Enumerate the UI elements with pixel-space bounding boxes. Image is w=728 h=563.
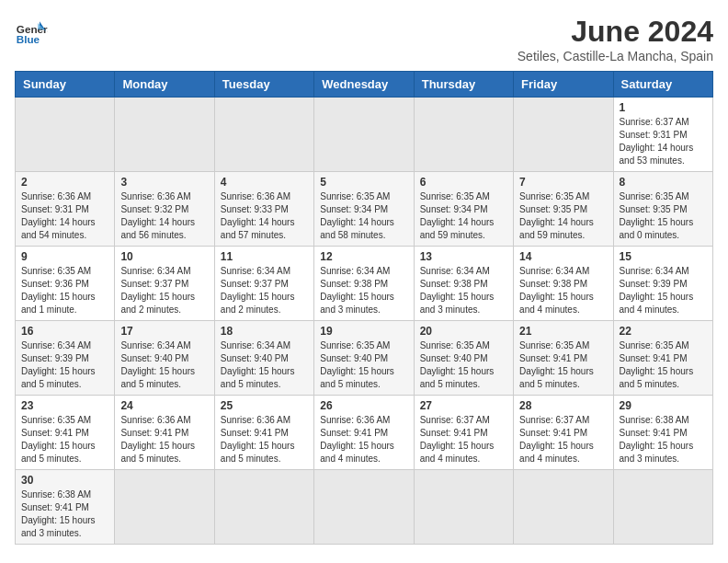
day-number: 11	[221, 250, 308, 263]
day-number: 5	[320, 176, 407, 189]
calendar-cell: 14Sunrise: 6:34 AM Sunset: 9:38 PM Dayli…	[514, 247, 613, 321]
calendar-cell	[16, 98, 115, 172]
day-number: 6	[420, 176, 507, 189]
day-info: Sunrise: 6:35 AM Sunset: 9:36 PM Dayligh…	[21, 265, 108, 316]
day-info: Sunrise: 6:35 AM Sunset: 9:35 PM Dayligh…	[519, 190, 607, 242]
day-number: 4	[221, 176, 308, 189]
day-number: 12	[320, 250, 407, 263]
calendar-cell: 30Sunrise: 6:38 AM Sunset: 9:41 PM Dayli…	[16, 470, 115, 545]
day-info: Sunrise: 6:34 AM Sunset: 9:40 PM Dayligh…	[221, 339, 308, 391]
day-info: Sunrise: 6:35 AM Sunset: 9:41 PM Dayligh…	[620, 339, 707, 391]
calendar-cell: 5Sunrise: 6:35 AM Sunset: 9:34 PM Daylig…	[314, 172, 414, 247]
day-number: 24	[120, 399, 208, 412]
calendar-cell: 24Sunrise: 6:36 AM Sunset: 9:41 PM Dayli…	[115, 396, 214, 470]
day-number: 8	[620, 176, 707, 189]
day-number: 7	[519, 176, 607, 189]
calendar-cell	[314, 470, 414, 545]
calendar-cell: 2Sunrise: 6:36 AM Sunset: 9:31 PM Daylig…	[16, 172, 115, 247]
calendar-cell: 9Sunrise: 6:35 AM Sunset: 9:36 PM Daylig…	[16, 247, 115, 321]
month-title: June 2024	[518, 15, 713, 49]
day-number: 13	[420, 250, 507, 263]
calendar-cell: 25Sunrise: 6:36 AM Sunset: 9:41 PM Dayli…	[214, 396, 313, 470]
day-number: 2	[21, 176, 108, 189]
day-header-friday: Friday	[514, 72, 613, 98]
calendar-cell: 19Sunrise: 6:35 AM Sunset: 9:40 PM Dayli…	[314, 321, 414, 396]
calendar-week-row: 30Sunrise: 6:38 AM Sunset: 9:41 PM Dayli…	[16, 470, 713, 545]
day-info: Sunrise: 6:34 AM Sunset: 9:38 PM Dayligh…	[420, 265, 507, 316]
day-number: 29	[620, 399, 707, 412]
calendar-cell: 16Sunrise: 6:34 AM Sunset: 9:39 PM Dayli…	[16, 321, 115, 396]
day-number: 1	[620, 101, 707, 114]
day-info: Sunrise: 6:35 AM Sunset: 9:40 PM Dayligh…	[320, 339, 407, 391]
calendar-cell: 10Sunrise: 6:34 AM Sunset: 9:37 PM Dayli…	[115, 247, 214, 321]
calendar-cell: 28Sunrise: 6:37 AM Sunset: 9:41 PM Dayli…	[514, 396, 613, 470]
day-header-saturday: Saturday	[613, 72, 712, 98]
calendar-cell	[514, 470, 613, 545]
day-number: 26	[320, 399, 407, 412]
day-info: Sunrise: 6:38 AM Sunset: 9:41 PM Dayligh…	[21, 488, 108, 540]
day-number: 10	[120, 250, 208, 263]
logo: General Blue	[15, 15, 48, 48]
calendar-cell: 26Sunrise: 6:36 AM Sunset: 9:41 PM Dayli…	[314, 396, 414, 470]
calendar-week-row: 16Sunrise: 6:34 AM Sunset: 9:39 PM Dayli…	[16, 321, 713, 396]
calendar-cell: 3Sunrise: 6:36 AM Sunset: 9:32 PM Daylig…	[115, 172, 214, 247]
location-subtitle: Setiles, Castille-La Mancha, Spain	[518, 49, 713, 63]
day-number: 19	[320, 325, 407, 338]
calendar-header-row: SundayMondayTuesdayWednesdayThursdayFrid…	[16, 72, 713, 98]
day-info: Sunrise: 6:36 AM Sunset: 9:32 PM Dayligh…	[120, 190, 208, 242]
calendar-cell: 27Sunrise: 6:37 AM Sunset: 9:41 PM Dayli…	[414, 396, 513, 470]
calendar-cell: 11Sunrise: 6:34 AM Sunset: 9:37 PM Dayli…	[214, 247, 313, 321]
day-info: Sunrise: 6:37 AM Sunset: 9:31 PM Dayligh…	[620, 116, 707, 167]
header: General Blue June 2024 Setiles, Castille…	[15, 15, 713, 63]
day-header-sunday: Sunday	[16, 72, 115, 98]
calendar-cell: 15Sunrise: 6:34 AM Sunset: 9:39 PM Dayli…	[613, 247, 712, 321]
calendar-cell	[214, 98, 313, 172]
day-info: Sunrise: 6:34 AM Sunset: 9:37 PM Dayligh…	[221, 265, 308, 316]
day-number: 21	[519, 325, 607, 338]
day-number: 15	[620, 250, 707, 263]
calendar-cell: 22Sunrise: 6:35 AM Sunset: 9:41 PM Dayli…	[613, 321, 712, 396]
day-info: Sunrise: 6:35 AM Sunset: 9:34 PM Dayligh…	[320, 190, 407, 242]
calendar-cell: 29Sunrise: 6:38 AM Sunset: 9:41 PM Dayli…	[613, 396, 712, 470]
calendar-week-row: 2Sunrise: 6:36 AM Sunset: 9:31 PM Daylig…	[16, 172, 713, 247]
calendar-cell	[414, 98, 513, 172]
day-info: Sunrise: 6:35 AM Sunset: 9:35 PM Dayligh…	[620, 190, 707, 242]
calendar-cell	[115, 470, 214, 545]
day-info: Sunrise: 6:37 AM Sunset: 9:41 PM Dayligh…	[519, 414, 607, 465]
day-info: Sunrise: 6:35 AM Sunset: 9:40 PM Dayligh…	[420, 339, 507, 391]
day-number: 16	[21, 325, 108, 338]
calendar-week-row: 1Sunrise: 6:37 AM Sunset: 9:31 PM Daylig…	[16, 98, 713, 172]
calendar-cell: 20Sunrise: 6:35 AM Sunset: 9:40 PM Dayli…	[414, 321, 513, 396]
calendar-cell: 17Sunrise: 6:34 AM Sunset: 9:40 PM Dayli…	[115, 321, 214, 396]
logo-icon: General Blue	[15, 15, 48, 48]
calendar-cell: 1Sunrise: 6:37 AM Sunset: 9:31 PM Daylig…	[613, 98, 712, 172]
calendar-cell: 18Sunrise: 6:34 AM Sunset: 9:40 PM Dayli…	[214, 321, 313, 396]
day-number: 30	[21, 474, 108, 487]
day-info: Sunrise: 6:36 AM Sunset: 9:41 PM Dayligh…	[320, 414, 407, 465]
calendar-cell	[115, 98, 214, 172]
calendar-cell: 6Sunrise: 6:35 AM Sunset: 9:34 PM Daylig…	[414, 172, 513, 247]
calendar-cell	[314, 98, 414, 172]
calendar-cell: 8Sunrise: 6:35 AM Sunset: 9:35 PM Daylig…	[613, 172, 712, 247]
day-info: Sunrise: 6:34 AM Sunset: 9:38 PM Dayligh…	[519, 265, 607, 316]
page-container: General Blue June 2024 Setiles, Castille…	[15, 15, 713, 545]
day-info: Sunrise: 6:35 AM Sunset: 9:41 PM Dayligh…	[519, 339, 607, 391]
svg-text:Blue: Blue	[17, 33, 40, 45]
day-number: 28	[519, 399, 607, 412]
day-number: 25	[221, 399, 308, 412]
day-number: 23	[21, 399, 108, 412]
calendar-cell: 12Sunrise: 6:34 AM Sunset: 9:38 PM Dayli…	[314, 247, 414, 321]
day-info: Sunrise: 6:34 AM Sunset: 9:40 PM Dayligh…	[120, 339, 208, 391]
day-number: 18	[221, 325, 308, 338]
calendar-cell	[414, 470, 513, 545]
calendar-cell: 23Sunrise: 6:35 AM Sunset: 9:41 PM Dayli…	[16, 396, 115, 470]
calendar-cell	[613, 470, 712, 545]
day-number: 27	[420, 399, 507, 412]
calendar-cell	[514, 98, 613, 172]
day-info: Sunrise: 6:36 AM Sunset: 9:41 PM Dayligh…	[120, 414, 208, 465]
calendar-week-row: 23Sunrise: 6:35 AM Sunset: 9:41 PM Dayli…	[16, 396, 713, 470]
day-number: 3	[120, 176, 208, 189]
day-info: Sunrise: 6:35 AM Sunset: 9:34 PM Dayligh…	[420, 190, 507, 242]
day-info: Sunrise: 6:37 AM Sunset: 9:41 PM Dayligh…	[420, 414, 507, 465]
calendar-table: SundayMondayTuesdayWednesdayThursdayFrid…	[15, 71, 713, 545]
